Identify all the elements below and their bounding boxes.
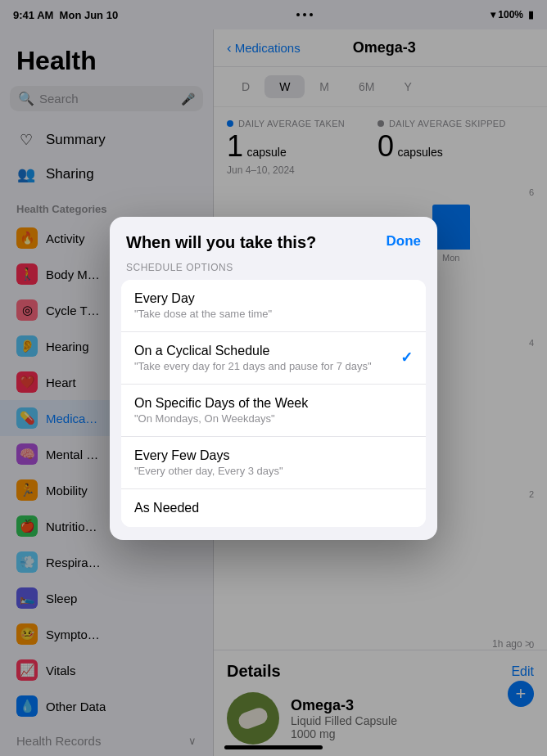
option-text-as-needed: As Needed [134,501,413,515]
option-cyclical[interactable]: On a Cyclical Schedule"Take every day fo… [121,332,426,385]
schedule-modal: When will you take this? Done SCHEDULE O… [110,217,437,540]
modal-overlay: When will you take this? Done SCHEDULE O… [0,0,547,756]
option-title-few-days: Every Few Days [134,448,413,463]
option-text-every-day: Every Day"Take dose at the same time" [134,291,413,320]
schedule-section-label: SCHEDULE OPTIONS [110,257,437,280]
option-title-specific-days: On Specific Days of the Week [134,396,413,411]
option-specific-days[interactable]: On Specific Days of the Week"On Mondays,… [121,385,426,437]
modal-question: When will you take this? [126,233,377,252]
option-title-as-needed: As Needed [134,501,413,515]
option-every-day[interactable]: Every Day"Take dose at the same time" [121,280,426,332]
option-as-needed[interactable]: As Needed [121,489,426,527]
option-text-specific-days: On Specific Days of the Week"On Mondays,… [134,396,413,425]
home-indicator [224,745,323,749]
option-few-days[interactable]: Every Few Days"Every other day, Every 3 … [121,437,426,489]
option-subtitle-every-day: "Take dose at the same time" [134,308,413,320]
modal-options-list: Every Day"Take dose at the same time"On … [121,280,426,527]
modal-done-button[interactable]: Done [377,233,422,250]
option-subtitle-cyclical: "Take every day for 21 days and pause fo… [134,360,400,372]
option-title-every-day: Every Day [134,291,413,306]
option-checkmark-cyclical: ✓ [400,349,413,367]
option-text-few-days: Every Few Days"Every other day, Every 3 … [134,448,413,477]
option-subtitle-specific-days: "On Mondays, On Weekdays" [134,412,413,425]
option-text-cyclical: On a Cyclical Schedule"Take every day fo… [134,344,400,372]
option-subtitle-few-days: "Every other day, Every 3 days" [134,465,413,477]
option-title-cyclical: On a Cyclical Schedule [134,344,400,358]
modal-header: When will you take this? Done [110,217,437,257]
